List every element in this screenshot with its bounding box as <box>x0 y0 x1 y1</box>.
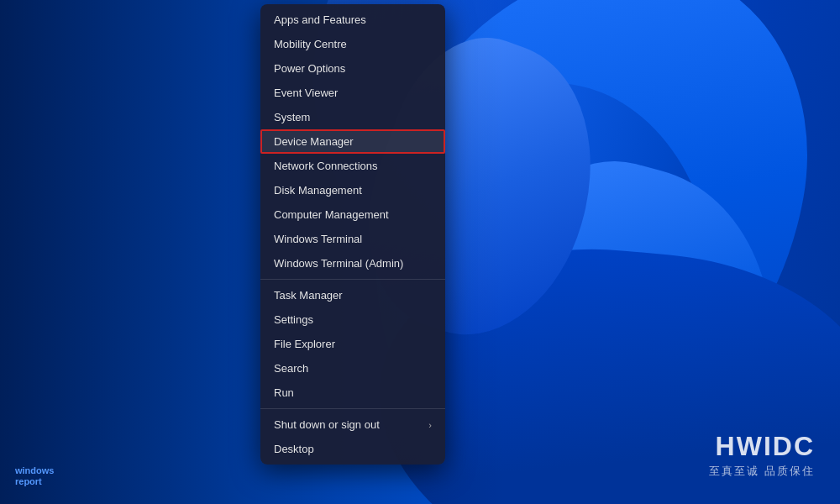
menu-item-windows-terminal[interactable]: Windows Terminal <box>260 227 445 251</box>
menu-item-label: Apps and Features <box>274 13 366 26</box>
menu-item-power-options[interactable]: Power Options <box>260 56 445 81</box>
hwidc-subtitle: 至真至诚 品质保住 <box>709 464 815 479</box>
menu-item-label: Windows Terminal <box>274 233 362 245</box>
menu-item-shut-down[interactable]: Shut down or sign out› <box>260 412 445 437</box>
menu-item-label: System <box>274 111 310 123</box>
menu-separator <box>260 408 445 409</box>
menu-item-label: Computer Management <box>274 208 389 221</box>
menu-item-label: Event Viewer <box>274 87 338 99</box>
submenu-arrow-icon: › <box>428 420 432 430</box>
menu-item-label: Run <box>274 386 294 399</box>
menu-item-network-connections[interactable]: Network Connections <box>260 154 445 178</box>
menu-item-mobility-centre[interactable]: Mobility Centre <box>260 32 445 56</box>
wr-report-text: report <box>15 476 54 487</box>
menu-item-settings[interactable]: Settings <box>260 307 445 332</box>
menu-item-disk-management[interactable]: Disk Management <box>260 178 445 202</box>
menu-item-windows-terminal-admin[interactable]: Windows Terminal (Admin) <box>260 251 445 276</box>
menu-item-desktop[interactable]: Desktop <box>260 437 445 461</box>
menu-item-device-manager[interactable]: Device Manager <box>260 129 445 154</box>
menu-item-label: Settings <box>274 313 313 326</box>
menu-item-label: File Explorer <box>274 338 335 350</box>
menu-item-label: Network Connections <box>274 160 378 172</box>
menu-separator <box>260 279 445 280</box>
hwidc-title: HWIDC <box>709 431 815 462</box>
menu-item-file-explorer[interactable]: File Explorer <box>260 332 445 356</box>
menu-item-label: Search <box>274 362 308 375</box>
menu-item-run[interactable]: Run <box>260 381 445 405</box>
context-menu: Apps and FeaturesMobility CentrePower Op… <box>260 4 445 465</box>
menu-item-label: Desktop <box>274 443 314 455</box>
menu-item-label: Device Manager <box>274 135 354 148</box>
menu-item-label: Windows Terminal (Admin) <box>274 257 403 270</box>
menu-item-system[interactable]: System <box>260 105 445 129</box>
menu-item-label: Mobility Centre <box>274 38 347 50</box>
menu-item-apps-features[interactable]: Apps and Features <box>260 8 445 32</box>
menu-item-label: Shut down or sign out <box>274 418 380 431</box>
menu-item-computer-management[interactable]: Computer Management <box>260 202 445 227</box>
menu-item-label: Disk Management <box>274 184 362 197</box>
hwidc-watermark: HWIDC 至真至诚 品质保住 <box>709 431 815 479</box>
menu-item-event-viewer[interactable]: Event Viewer <box>260 81 445 105</box>
menu-item-label: Power Options <box>274 62 345 75</box>
menu-item-search[interactable]: Search <box>260 356 445 381</box>
menu-item-label: Task Manager <box>274 289 343 302</box>
windows-report-logo: windows report <box>15 465 54 487</box>
wr-windows-text: windows <box>15 465 54 476</box>
menu-item-task-manager[interactable]: Task Manager <box>260 283 445 307</box>
